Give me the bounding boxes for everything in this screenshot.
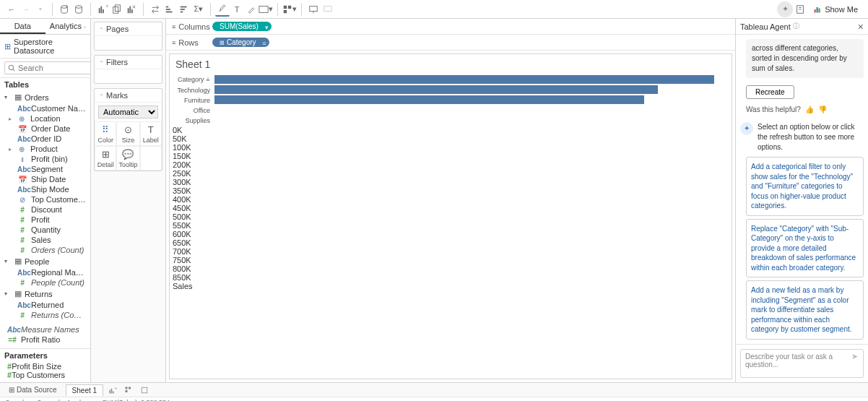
svg-rect-15 xyxy=(166,11,173,12)
field-ship-date[interactable]: 📅Ship Date xyxy=(1,174,89,184)
duplicate-button[interactable] xyxy=(110,2,124,17)
label-icon: T xyxy=(142,125,160,135)
field-regional-manager[interactable]: AbcRegional Manager xyxy=(1,267,89,277)
agent-input[interactable]: Describe your task or ask a question... xyxy=(740,349,864,378)
color-icon: ⠿ xyxy=(97,125,114,135)
data-tree: ▾▦Orders AbcCustomer Name▸⊕Location📅Orde… xyxy=(0,91,90,348)
redo-button[interactable]: → xyxy=(19,2,33,17)
field-sales[interactable]: #Sales xyxy=(1,235,89,245)
new-worksheet-icon[interactable]: + xyxy=(106,384,119,396)
table-people[interactable]: ▾▦People xyxy=(1,255,89,267)
field-location[interactable]: ▸⊕Location xyxy=(1,113,89,124)
highlight-button[interactable] xyxy=(215,2,230,17)
field-customer-name[interactable]: AbcCustomer Name xyxy=(1,103,89,113)
suggestion-3[interactable]: Add a new field as a mark by including "… xyxy=(746,280,864,340)
rows-shelf[interactable]: ⊞Category≡ xyxy=(209,36,735,48)
field-discount[interactable]: #Discount xyxy=(1,204,89,215)
field-profit[interactable]: #Profit xyxy=(1,215,89,225)
mark-detail[interactable]: ⊞Detail xyxy=(95,146,116,171)
pill-category[interactable]: ⊞Category≡ xyxy=(212,38,269,47)
field-profit-bin-size[interactable]: #Profit Bin Size xyxy=(1,362,89,371)
datasource-item[interactable]: ⊞ Superstore Datasource xyxy=(0,35,90,59)
field-profit-bin-[interactable]: ⫾Profit (bin) xyxy=(1,154,89,164)
columns-shelf[interactable]: SUM(Sales)▾ xyxy=(209,20,735,33)
field-returned[interactable]: AbcReturned xyxy=(1,300,89,310)
field-ship-mode[interactable]: AbcShip Mode xyxy=(1,184,89,194)
clear-button[interactable] xyxy=(124,2,139,17)
table-returns[interactable]: ▾▦Returns xyxy=(1,288,89,300)
field-segment[interactable]: AbcSegment xyxy=(1,164,89,174)
x-tick: 650K xyxy=(173,238,729,247)
fit-button[interactable]: ▾ xyxy=(259,2,273,17)
suggestion-2[interactable]: Replace "Category" with "Sub-Category" o… xyxy=(746,219,864,278)
analytics-tab[interactable]: Analytics ‹ xyxy=(45,19,91,34)
new-dashboard-icon[interactable] xyxy=(122,384,135,396)
sort-asc-button[interactable] xyxy=(162,2,177,17)
share-button[interactable] xyxy=(321,2,335,17)
mark-tooltip[interactable]: 💬Tooltip xyxy=(116,146,139,171)
mark-type-select[interactable]: Automatic xyxy=(98,105,158,118)
new-story-icon[interactable] xyxy=(138,384,151,396)
field-profit-ratio[interactable]: =#Profit Ratio xyxy=(1,335,89,345)
field-orders-count-[interactable]: #Orders (Count) xyxy=(1,245,89,255)
field-returns-count-[interactable]: #Returns (Count) xyxy=(1,310,89,320)
table-orders[interactable]: ▾▦Orders xyxy=(1,91,89,103)
bar-technology[interactable] xyxy=(214,75,714,84)
presentation-button[interactable] xyxy=(306,2,321,17)
worksheet: ≡Columns SUM(Sales)▾ ≡Rows ⊞Category≡ Sh… xyxy=(166,19,735,382)
sort-desc-button[interactable] xyxy=(177,2,191,17)
field-top-customers-by-p-[interactable]: ⊘Top Customers by P... xyxy=(1,194,89,204)
totals-button[interactable]: Σ▾ xyxy=(191,2,206,17)
bar-furniture[interactable] xyxy=(214,85,658,94)
svg-rect-10 xyxy=(131,9,133,13)
svg-rect-19 xyxy=(259,6,268,12)
field-order-date[interactable]: 📅Order Date xyxy=(1,124,89,134)
field-order-id[interactable]: AbcOrder ID xyxy=(1,134,89,144)
field-top-customers[interactable]: #Top Customers xyxy=(1,371,89,379)
dashboard-button[interactable]: ▾ xyxy=(282,2,297,17)
thumbs-up-icon[interactable]: 👍 xyxy=(805,105,814,115)
x-tick: 350K xyxy=(173,186,729,195)
format-button[interactable] xyxy=(244,2,259,17)
info-icon[interactable]: ⓘ xyxy=(793,22,799,31)
field-quantity[interactable]: #Quantity xyxy=(1,225,89,235)
swap-button[interactable] xyxy=(148,2,162,17)
mark-label[interactable]: TLabel xyxy=(140,121,162,146)
mark-color[interactable]: ⠿Color xyxy=(95,121,116,146)
thumbs-down-icon[interactable]: 👎 xyxy=(818,105,827,115)
datasource-tab[interactable]: ⊞Data Source xyxy=(3,384,63,395)
close-icon[interactable]: × xyxy=(858,21,864,33)
new-datasource-button[interactable] xyxy=(57,2,71,17)
bar-office-supplies[interactable] xyxy=(214,95,644,104)
redo-dropdown[interactable]: ▾ xyxy=(33,2,48,17)
send-icon[interactable]: ➤ xyxy=(851,352,858,361)
field-measure-names[interactable]: AbcMeasure Names xyxy=(1,324,89,335)
sheet-tab[interactable]: Sheet 1 xyxy=(66,384,103,396)
new-worksheet-button[interactable]: + xyxy=(95,2,110,17)
labels-button[interactable]: T xyxy=(230,2,244,17)
svg-rect-30 xyxy=(817,7,818,13)
bar-chart: Category ≟ TechnologyFurnitureOffice Sup… xyxy=(173,74,729,126)
autoupdate-button[interactable] xyxy=(71,2,86,17)
suggestion-1[interactable]: Add a categorical filter to only show sa… xyxy=(746,157,864,216)
svg-rect-3 xyxy=(100,6,102,13)
data-tab[interactable]: Data xyxy=(0,19,45,34)
field-people-count-[interactable]: #People (Count) xyxy=(1,277,89,288)
marks-card: ⌃Marks Automatic ⠿Color ⊙Size TLabel ⊞De… xyxy=(94,88,162,171)
svg-rect-23 xyxy=(310,6,318,11)
filters-card[interactable]: ⌃Filters xyxy=(94,55,162,84)
svg-text:+: + xyxy=(105,4,108,9)
svg-rect-13 xyxy=(166,6,169,7)
show-me-button[interactable]: Show Me xyxy=(807,4,864,15)
mark-size[interactable]: ⊙Size xyxy=(116,121,139,146)
recreate-button[interactable]: Recreate xyxy=(746,85,794,99)
svg-text:+: + xyxy=(115,386,117,390)
field-product[interactable]: ▸⊕Product xyxy=(1,144,89,154)
datasource-icon: ⊞ xyxy=(4,42,11,51)
sheet-title[interactable]: Sheet 1 xyxy=(173,57,729,74)
undo-button[interactable]: ← xyxy=(4,2,19,17)
data-guide-button[interactable] xyxy=(793,2,807,17)
pages-card[interactable]: ⌃Pages xyxy=(94,22,162,51)
tableau-agent-icon[interactable]: ✦ xyxy=(777,1,793,17)
pill-sum-sales[interactable]: SUM(Sales)▾ xyxy=(212,22,272,31)
